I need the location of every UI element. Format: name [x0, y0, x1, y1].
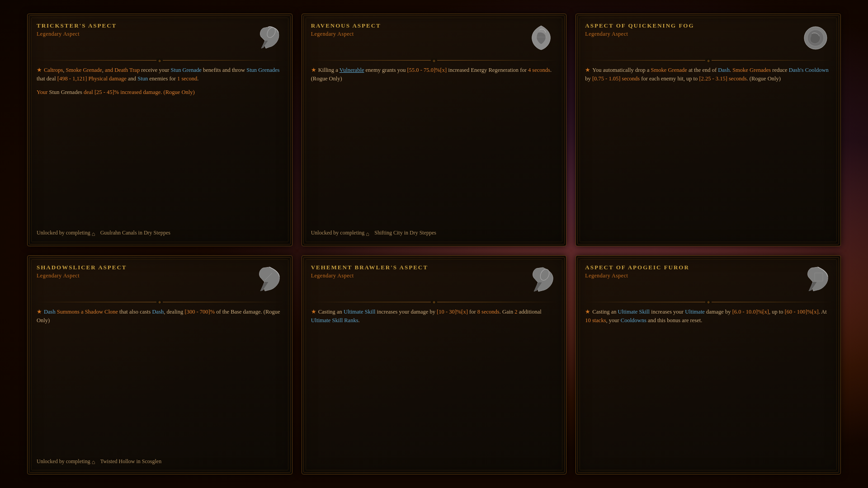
aspect-subtitle: Legendary Aspect	[37, 272, 247, 279]
card-title-block: Trickster's Aspect Legendary Aspect	[37, 22, 251, 38]
card-body: ★Casting an Ultimate Skill increases you…	[585, 308, 831, 465]
card-divider	[585, 302, 831, 302]
aspect-name: Ravenous Aspect	[311, 22, 521, 30]
card-body: ★Casting an Ultimate Skill increases you…	[311, 308, 557, 465]
unlock-text: Unlocked by completing Guulrahn Canals i…	[37, 230, 283, 236]
card-title-block: Aspect of Quickening Fog Legendary Aspec…	[585, 22, 800, 38]
card-body: ★You automatically drop a Smoke Grenade …	[585, 66, 831, 237]
card-title-block: Shadowslicer Aspect Legendary Aspect	[37, 264, 251, 279]
card-tricksters-aspect: Trickster's Aspect Legendary Aspect ★Cal…	[27, 14, 292, 246]
card-header: Vehement Brawler's Aspect Legendary Aspe…	[311, 264, 557, 296]
card-title-block: Vehement Brawler's Aspect Legendary Aspe…	[311, 264, 526, 279]
card-divider	[585, 60, 831, 61]
aspect-name: Shadowslicer Aspect	[37, 264, 247, 272]
card-body: ★Dash Summons a Shadow Clone that also c…	[37, 308, 283, 458]
card-divider	[37, 60, 283, 61]
card-quickening-fog: Aspect of Quickening Fog Legendary Aspec…	[576, 14, 841, 246]
aspect-icon	[800, 264, 831, 296]
card-header: Aspect of Apogeic Furor Legendary Aspect	[585, 264, 831, 296]
aspect-name: Trickster's Aspect	[37, 22, 247, 30]
card-divider	[311, 302, 557, 302]
aspect-icon	[525, 22, 557, 54]
aspect-subtitle: Legendary Aspect	[311, 31, 521, 38]
card-header: Ravenous Aspect Legendary Aspect	[311, 22, 557, 54]
aspect-name: Vehement Brawler's Aspect	[311, 264, 521, 272]
card-ravenous-aspect: Ravenous Aspect Legendary Aspect ★Killin…	[302, 14, 567, 246]
card-shadowslicer: Shadowslicer Aspect Legendary Aspect ★Da…	[27, 255, 292, 474]
card-body: ★Caltrops, Smoke Grenade, and Death Trap…	[37, 66, 283, 230]
unlock-text: Unlocked by completing Twisted Hollow in…	[37, 458, 283, 465]
aspect-subtitle: Legendary Aspect	[311, 272, 521, 279]
aspect-name: Aspect of Apogeic Furor	[585, 264, 795, 272]
card-vehement-brawler: Vehement Brawler's Aspect Legendary Aspe…	[302, 255, 567, 474]
aspect-icon	[251, 22, 283, 54]
aspect-name: Aspect of Quickening Fog	[585, 22, 795, 30]
card-title-block: Aspect of Apogeic Furor Legendary Aspect	[585, 264, 800, 279]
aspect-icon	[525, 264, 557, 296]
aspect-subtitle: Legendary Aspect	[585, 31, 795, 38]
card-header: Trickster's Aspect Legendary Aspect	[37, 22, 283, 54]
card-apogeic-furor: Aspect of Apogeic Furor Legendary Aspect…	[576, 255, 841, 474]
aspect-subtitle: Legendary Aspect	[37, 31, 247, 38]
aspect-icon	[800, 22, 831, 54]
aspect-icon	[251, 264, 283, 296]
card-divider	[311, 60, 557, 61]
unlock-text: Unlocked by completing Shifting City in …	[311, 230, 557, 236]
card-divider	[37, 302, 283, 302]
aspect-subtitle: Legendary Aspect	[585, 272, 795, 279]
aspect-grid: Trickster's Aspect Legendary Aspect ★Cal…	[0, 0, 868, 488]
card-title-block: Ravenous Aspect Legendary Aspect	[311, 22, 526, 38]
card-header: Aspect of Quickening Fog Legendary Aspec…	[585, 22, 831, 54]
card-body: ★Killing a Vulnerable enemy grants you […	[311, 66, 557, 230]
card-header: Shadowslicer Aspect Legendary Aspect	[37, 264, 283, 296]
